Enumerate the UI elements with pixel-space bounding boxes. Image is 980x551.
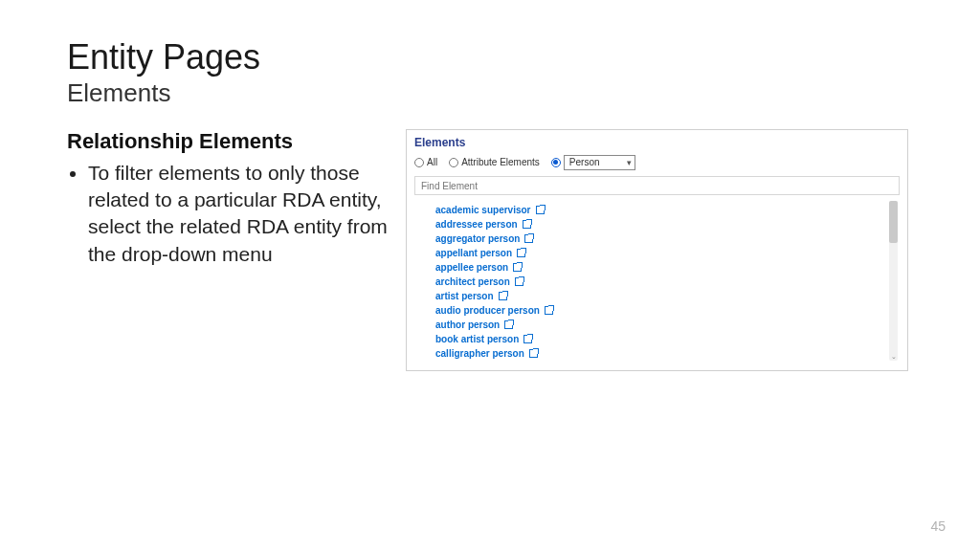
filter-row: All Attribute Elements Person ▾: [414, 155, 900, 170]
popout-icon[interactable]: [536, 206, 545, 214]
chevron-down-icon: ▾: [627, 158, 632, 167]
radio-icon: [449, 158, 458, 167]
bullet-item: To filter elements to only those related…: [88, 160, 392, 268]
radio-entity-dropdown[interactable]: Person ▾: [551, 155, 635, 170]
element-list: academic supervisoraddressee personaggre…: [414, 199, 900, 363]
elements-panel: Elements All Attribute Elements Person ▾: [406, 129, 908, 372]
popout-icon[interactable]: [523, 335, 532, 343]
list-item: architect person: [435, 275, 900, 289]
slide-subtitle: Elements: [67, 78, 913, 108]
list-item: calligrapher person: [435, 346, 900, 361]
element-link[interactable]: appellee person: [435, 262, 508, 273]
scroll-thumb[interactable]: [889, 201, 898, 243]
bullet-list: To filter elements to only those related…: [67, 160, 392, 268]
body-row: Relationship Elements To filter elements…: [67, 129, 913, 372]
slide-title: Entity Pages: [67, 38, 913, 77]
list-item: appellee person: [435, 260, 900, 275]
element-link[interactable]: academic supervisor: [435, 205, 531, 215]
section-heading: Relationship Elements: [67, 129, 392, 154]
dropdown-value: Person: [569, 157, 600, 167]
popout-icon[interactable]: [517, 249, 525, 257]
popout-icon[interactable]: [524, 234, 533, 243]
radio-icon: [414, 158, 424, 167]
find-element-input[interactable]: [414, 176, 900, 195]
radio-all[interactable]: All: [414, 157, 437, 167]
list-item: book artist person: [435, 332, 900, 346]
list-item: appellant person: [435, 246, 900, 260]
list-item: academic supervisor: [435, 203, 900, 217]
page-number: 45: [930, 518, 946, 534]
list-item: aggregator person: [435, 231, 900, 246]
element-link[interactable]: appellant person: [435, 248, 512, 258]
radio-attribute-elements[interactable]: Attribute Elements: [449, 157, 540, 167]
panel-title: Elements: [414, 136, 900, 149]
element-link[interactable]: book artist person: [435, 334, 519, 344]
popout-icon[interactable]: [523, 220, 531, 229]
popout-icon[interactable]: [515, 277, 523, 286]
element-list-wrap: academic supervisoraddressee personaggre…: [414, 199, 900, 363]
radio-attribute-label: Attribute Elements: [461, 157, 540, 167]
popout-icon[interactable]: [504, 320, 513, 329]
element-link[interactable]: artist person: [435, 291, 494, 301]
list-item: author person: [435, 318, 900, 332]
element-link[interactable]: calligrapher person: [435, 348, 524, 359]
list-item: artist person: [435, 289, 900, 303]
popout-icon[interactable]: [513, 263, 522, 272]
popout-icon[interactable]: [499, 292, 507, 300]
element-link[interactable]: aggregator person: [435, 233, 520, 244]
list-item: audio producer person: [435, 303, 900, 318]
list-item: addressee person: [435, 217, 900, 231]
element-link[interactable]: architect person: [435, 276, 510, 287]
popout-icon[interactable]: [529, 349, 538, 358]
element-link[interactable]: author person: [435, 320, 500, 330]
slide: Entity Pages Elements Relationship Eleme…: [0, 0, 980, 551]
radio-icon: [551, 158, 561, 167]
scroll-down-icon[interactable]: ⌄: [889, 353, 898, 361]
entity-dropdown[interactable]: Person ▾: [564, 155, 635, 170]
popout-icon[interactable]: [545, 306, 553, 315]
radio-all-label: All: [427, 157, 437, 167]
element-link[interactable]: audio producer person: [435, 305, 540, 316]
scrollbar[interactable]: ⌄: [889, 201, 898, 361]
left-column: Relationship Elements To filter elements…: [67, 129, 392, 372]
element-link[interactable]: addressee person: [435, 219, 518, 230]
